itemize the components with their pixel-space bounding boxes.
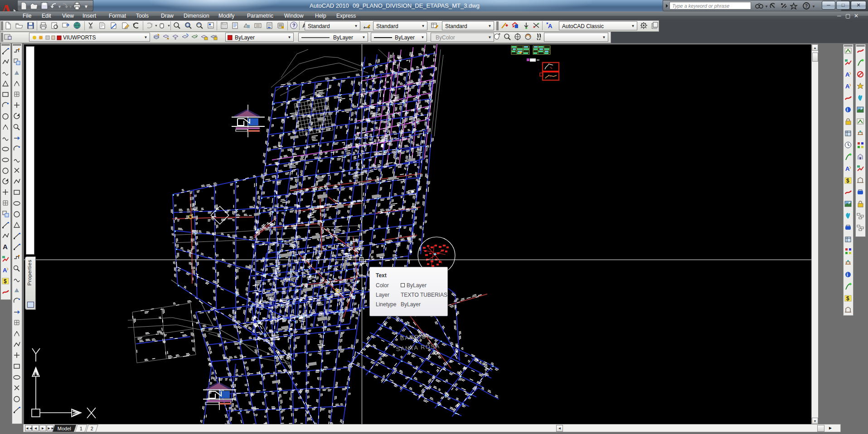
svg-text:A: A (548, 23, 553, 29)
svg-text:i: i (847, 107, 848, 112)
svg-text:?: ? (805, 4, 808, 9)
svg-text:$: $ (846, 295, 849, 302)
svg-text:A: A (845, 83, 850, 90)
svg-text:$: $ (846, 178, 849, 184)
svg-text:▼: ▼ (58, 5, 62, 9)
svg-text:A: A (845, 165, 850, 172)
svg-text:▼: ▼ (765, 5, 768, 9)
svg-text:A: A (3, 267, 7, 274)
svg-text:i: i (847, 272, 848, 277)
svg-text:A: A (845, 71, 850, 78)
svg-text:BARRIO: BARRIO (400, 333, 427, 342)
svg-text:?: ? (292, 23, 296, 28)
svg-text:$: $ (4, 278, 7, 285)
svg-text:▼: ▼ (68, 5, 73, 9)
svg-text:▼: ▼ (84, 4, 88, 9)
svg-text:▼: ▼ (812, 5, 815, 9)
svg-text:A: A (3, 243, 8, 251)
